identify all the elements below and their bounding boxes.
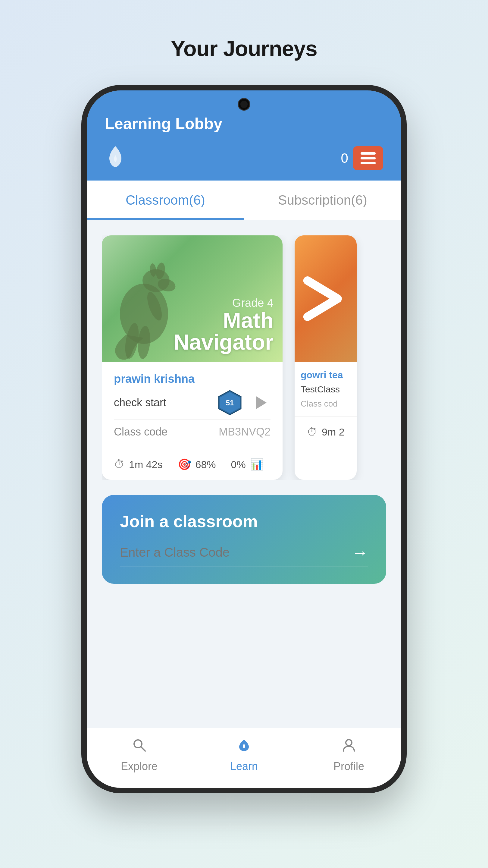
join-title: Join a classroom: [120, 512, 368, 531]
explore-icon: [131, 737, 147, 756]
course-card-main[interactable]: Grade 4 Math Navigator prawin krishna ch…: [102, 236, 283, 480]
card-banner-main: Grade 4 Math Navigator: [102, 236, 283, 362]
svg-text:51: 51: [226, 399, 234, 407]
clock-icon-partial: ⏱: [307, 426, 318, 438]
target-icon: 🎯: [178, 458, 191, 471]
class-code-label: Class code: [114, 426, 167, 438]
tab-classroom[interactable]: Classroom(6): [87, 181, 244, 220]
nav-label-explore: Explore: [121, 760, 158, 773]
class-row: check start 51: [114, 389, 270, 416]
class-code-value: MB3NVQ2: [219, 426, 270, 438]
join-classroom-section: Join a classroom →: [102, 495, 386, 584]
nav-label-profile: Profile: [333, 760, 364, 773]
stat-percent: 🎯 68%: [178, 458, 216, 471]
class-code-row: Class code MB3NVQ2: [114, 419, 270, 438]
teacher-name-partial: gowri tea: [301, 370, 351, 381]
svg-point-13: [346, 740, 352, 746]
profile-icon: [341, 737, 357, 756]
cards-row: Grade 4 Math Navigator prawin krishna ch…: [102, 236, 386, 480]
join-input-row: →: [120, 543, 368, 567]
stat-time: ⏱ 1m 42s: [114, 458, 163, 471]
book-line-2: [361, 157, 376, 159]
class-name: check start: [114, 396, 166, 409]
class-code-partial: Class cod: [301, 399, 351, 409]
clock-icon: ⏱: [114, 458, 125, 471]
course-card-partial[interactable]: gowri tea TestClass Class cod ⏱ 9m 2: [295, 236, 357, 480]
nav-item-learn[interactable]: Learn: [192, 737, 296, 773]
stat-time-partial: ⏱ 9m 2: [307, 426, 345, 438]
phone-frame: Learning Lobby 0: [82, 85, 407, 793]
card-footer-main: ⏱ 1m 42s 🎯 68% 0% 📊: [102, 449, 283, 480]
svg-line-12: [141, 747, 145, 751]
book-lines: [361, 152, 376, 164]
book-badge[interactable]: [353, 146, 383, 170]
app-title: Learning Lobby: [105, 115, 383, 133]
main-content: Grade 4 Math Navigator prawin krishna ch…: [87, 220, 401, 728]
stat-zero: 0% 📊: [231, 458, 264, 471]
card-footer-partial: ⏱ 9m 2: [295, 416, 357, 447]
streak-container: 0: [341, 146, 383, 170]
nav-label-learn: Learn: [230, 760, 258, 773]
book-line-3: [361, 162, 376, 164]
camera-notch: [238, 99, 250, 110]
teacher-name: prawin krishna: [114, 373, 270, 385]
chart-icon: 📊: [250, 458, 264, 471]
badge-hex: 51: [216, 389, 243, 416]
streak-count: 0: [341, 151, 348, 166]
join-arrow-icon[interactable]: →: [352, 543, 368, 562]
kangaroo-icon: [102, 247, 192, 362]
tab-subscription[interactable]: Subscription(6): [244, 181, 401, 220]
card-banner-partial: [295, 236, 357, 362]
learn-icon: [236, 737, 252, 756]
card-body-main: prawin krishna check start 51: [102, 362, 283, 449]
class-code-input[interactable]: [120, 545, 352, 560]
flame-icon[interactable]: [105, 145, 126, 172]
book-line-1: [361, 152, 376, 155]
page-title: Your Journeys: [171, 36, 317, 61]
card-body-partial: gowri tea TestClass Class cod: [295, 362, 357, 416]
class-info: check start: [114, 396, 166, 409]
play-button[interactable]: [250, 392, 270, 413]
header-icons: 0: [105, 145, 383, 181]
nav-item-profile[interactable]: Profile: [296, 737, 401, 773]
tabs-container: Classroom(6) Subscription(6): [87, 181, 401, 220]
play-triangle-icon: [256, 396, 267, 409]
class-name-partial: TestClass: [301, 384, 351, 395]
nav-item-explore[interactable]: Explore: [87, 737, 192, 773]
bottom-nav: Explore Learn Profile: [87, 728, 401, 788]
